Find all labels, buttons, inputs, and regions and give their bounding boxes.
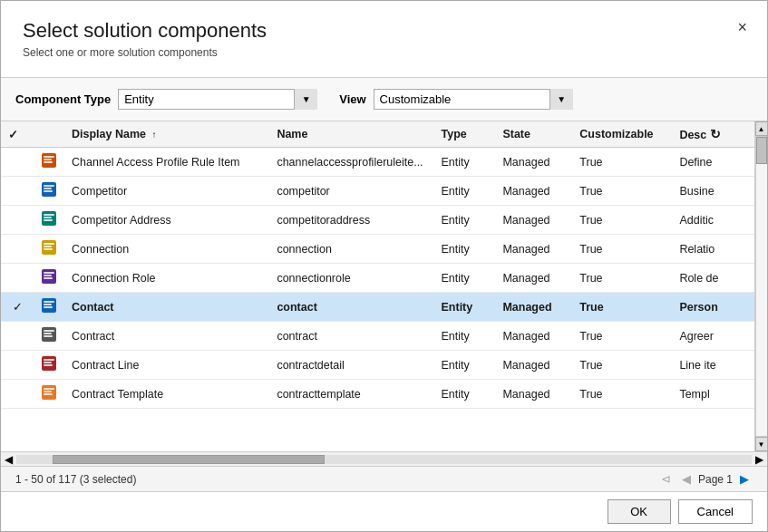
- row-display-name: Contract Line: [64, 351, 269, 380]
- next-page-button[interactable]: ▶: [736, 470, 753, 488]
- svg-rect-15: [44, 248, 53, 250]
- svg-rect-2: [44, 159, 52, 160]
- table-row[interactable]: ✓ContactcontactEntityManagedTruePerson: [1, 293, 754, 322]
- row-type: Entity: [434, 206, 496, 235]
- scrollbar-thumb[interactable]: [756, 137, 767, 164]
- row-state: Managed: [495, 264, 572, 293]
- scroll-left-button[interactable]: ◀: [1, 453, 16, 466]
- row-state: Managed: [495, 177, 572, 206]
- table-scroll-area[interactable]: ✓ Display Name ↑ Name Type State Customi…: [1, 121, 754, 451]
- row-customizable: True: [572, 322, 672, 351]
- row-entity-icon: [34, 380, 64, 409]
- svg-rect-23: [44, 306, 53, 308]
- row-entity-icon: [34, 264, 64, 293]
- component-type-label: Component Type: [15, 92, 111, 106]
- table-row[interactable]: Contract TemplatecontracttemplateEntityM…: [1, 380, 754, 409]
- row-customizable: True: [572, 380, 672, 409]
- scroll-thumb[interactable]: [53, 455, 325, 464]
- row-desc: Busine: [672, 177, 754, 206]
- row-check: [1, 235, 34, 264]
- table-row[interactable]: ContractcontractEntityManagedTrueAgreer: [1, 322, 754, 351]
- sort-arrow-icon: ↑: [151, 130, 156, 140]
- row-customizable: True: [572, 206, 672, 235]
- horizontal-scrollbar[interactable]: ◀ ▶: [1, 451, 767, 466]
- row-name: competitoraddress: [269, 206, 433, 235]
- row-customizable: True: [572, 351, 672, 380]
- first-page-button[interactable]: ⊲: [657, 470, 675, 488]
- row-check: [1, 351, 34, 380]
- refresh-icon[interactable]: ↻: [710, 127, 721, 141]
- view-select[interactable]: Customizable: [374, 89, 573, 110]
- col-desc: Desc ↻: [672, 121, 754, 148]
- table-row[interactable]: Contract LinecontractdetailEntityManaged…: [1, 351, 754, 380]
- view-label: View: [339, 92, 365, 106]
- svg-rect-13: [44, 243, 54, 245]
- component-type-select[interactable]: Entity: [118, 89, 317, 110]
- svg-rect-7: [44, 190, 53, 192]
- prev-page-button[interactable]: ◀: [678, 470, 695, 488]
- col-display-name[interactable]: Display Name ↑: [64, 121, 269, 148]
- row-display-name: Competitor: [64, 177, 269, 206]
- row-name: connectionrole: [269, 264, 433, 293]
- row-name: connection: [269, 235, 433, 264]
- row-customizable: True: [572, 235, 672, 264]
- row-name: competitor: [269, 177, 433, 206]
- svg-rect-3: [44, 161, 53, 163]
- table-container: ✓ Display Name ↑ Name Type State Customi…: [1, 121, 767, 466]
- svg-rect-14: [44, 246, 52, 247]
- row-desc: Templ: [672, 380, 754, 409]
- row-desc: Role de: [672, 264, 754, 293]
- row-check: [1, 177, 34, 206]
- table-row[interactable]: Competitor AddresscompetitoraddressEntit…: [1, 206, 754, 235]
- table-scroll-wrapper: ✓ Display Name ↑ Name Type State Customi…: [1, 121, 767, 451]
- row-type: Entity: [434, 177, 496, 206]
- svg-rect-25: [44, 330, 54, 332]
- row-desc: Agreer: [672, 322, 754, 351]
- svg-rect-5: [44, 185, 54, 187]
- svg-rect-27: [44, 335, 53, 337]
- row-check: [1, 206, 34, 235]
- table-row[interactable]: CompetitorcompetitorEntityManagedTrueBus…: [1, 177, 754, 206]
- close-button[interactable]: ×: [732, 15, 753, 39]
- row-entity-icon: [34, 235, 64, 264]
- entity-type-icon: [41, 210, 57, 227]
- svg-rect-10: [44, 217, 52, 218]
- scroll-up-button[interactable]: ▲: [755, 121, 768, 136]
- row-check: [1, 322, 34, 351]
- svg-rect-19: [44, 277, 53, 279]
- scrollbar-track: [755, 136, 768, 437]
- row-name: contracttemplate: [269, 380, 433, 409]
- row-state: Managed: [495, 293, 572, 322]
- row-display-name: Connection Role: [64, 264, 269, 293]
- svg-rect-6: [44, 188, 52, 189]
- row-display-name: Competitor Address: [64, 206, 269, 235]
- ok-button[interactable]: OK: [608, 499, 671, 524]
- checkmark-icon: ✓: [8, 129, 18, 141]
- svg-rect-31: [44, 364, 53, 366]
- scroll-right-button[interactable]: ▶: [752, 453, 767, 466]
- svg-rect-35: [44, 393, 53, 395]
- col-icon: [34, 121, 64, 148]
- table-row[interactable]: Connection RoleconnectionroleEntityManag…: [1, 264, 754, 293]
- row-name: contact: [269, 293, 433, 322]
- row-state: Managed: [495, 322, 572, 351]
- row-type: Entity: [434, 380, 496, 409]
- table-header-row: ✓ Display Name ↑ Name Type State Customi…: [1, 121, 754, 148]
- table-row[interactable]: ConnectionconnectionEntityManagedTrueRel…: [1, 235, 754, 264]
- row-state: Managed: [495, 235, 572, 264]
- row-entity-icon: [34, 351, 64, 380]
- table-row[interactable]: Channel Access Profile Rule Itemchannela…: [1, 148, 754, 177]
- row-entity-icon: [34, 322, 64, 351]
- record-info: 1 - 50 of 117 (3 selected): [15, 473, 136, 486]
- row-state: Managed: [495, 380, 572, 409]
- cancel-button[interactable]: Cancel: [678, 499, 753, 524]
- row-type: Entity: [434, 235, 496, 264]
- entity-type-icon: [41, 239, 57, 256]
- row-check: ✓: [1, 293, 34, 322]
- row-entity-icon: [34, 206, 64, 235]
- action-bar: OK Cancel: [1, 491, 767, 531]
- component-type-select-wrapper: Entity ▼: [118, 89, 317, 110]
- scroll-down-button[interactable]: ▼: [755, 437, 768, 451]
- page-info: Page 1: [698, 473, 733, 486]
- entity-type-icon: [41, 268, 57, 285]
